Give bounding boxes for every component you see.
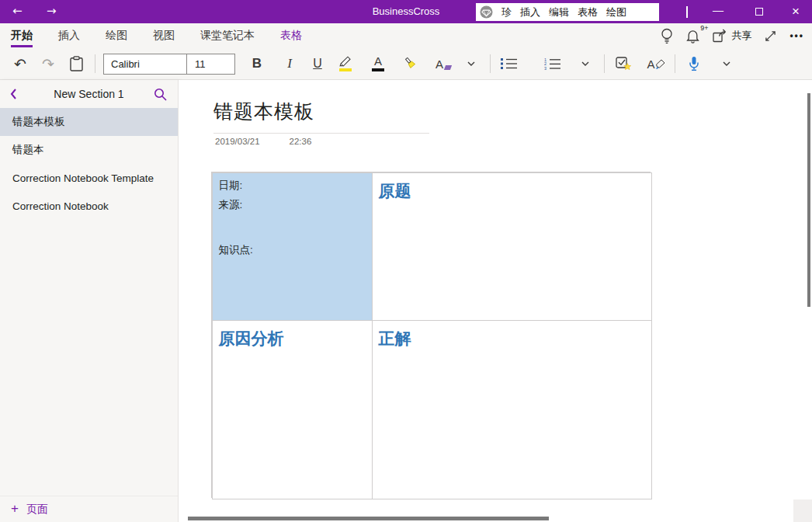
page-date: 2019/03/21 <box>215 137 260 146</box>
ime-menu-item[interactable]: 插入 <box>520 5 540 19</box>
page-sidebar: New Section 1 错题本模板 错题本 Correction Noteb… <box>0 80 179 522</box>
text-caret <box>686 6 688 18</box>
highlight-color-bar <box>339 68 352 71</box>
numbered-list-icon: 1 2 3 <box>544 57 561 71</box>
styles-button[interactable]: A <box>645 51 667 76</box>
paste-button[interactable] <box>65 51 87 76</box>
font-color-bar <box>372 68 384 71</box>
add-page-button[interactable]: + 页面 <box>0 496 178 522</box>
nav-back-icon[interactable]: ← <box>12 4 23 18</box>
title-divider <box>213 133 429 134</box>
sidebar-header: New Section 1 <box>0 80 178 108</box>
dictate-more-chevron[interactable] <box>716 51 737 76</box>
ime-logo-icon <box>480 5 493 19</box>
plus-icon: + <box>11 501 19 517</box>
bold-button[interactable]: B <box>246 51 268 76</box>
todo-tag-button[interactable] <box>612 51 634 76</box>
bullet-list-button[interactable] <box>498 51 520 76</box>
tab-view[interactable]: 视图 <box>153 23 175 48</box>
format-painter-button[interactable] <box>400 51 422 76</box>
eraser-icon <box>444 65 452 70</box>
highlighter-pen-icon <box>339 56 352 67</box>
underline-button[interactable]: U <box>307 51 328 76</box>
page-list-item[interactable]: Correction Notebook Template <box>0 164 178 192</box>
styles-brush-icon <box>655 59 665 70</box>
ime-menu-item[interactable]: 珍 <box>501 5 512 19</box>
formatting-more-chevron[interactable] <box>460 51 482 76</box>
notifications-badge: 9+ <box>700 24 708 32</box>
tab-home[interactable]: 开始 <box>11 23 33 48</box>
ime-toolbar: 珍 插入 编辑 表格 绘图 <box>476 3 659 21</box>
section-title: New Section 1 <box>54 88 123 100</box>
tab-class-notebook[interactable]: 课堂笔记本 <box>200 23 255 48</box>
bullet-list-icon <box>501 57 518 70</box>
ime-menu-item[interactable]: 绘图 <box>606 5 626 19</box>
font-size-select[interactable]: 11 <box>186 54 235 75</box>
todo-tag-star-icon <box>616 57 632 71</box>
chevron-down-icon <box>581 61 589 66</box>
format-painter-brush-icon <box>403 57 419 71</box>
minimize-button[interactable]: — <box>705 0 731 23</box>
italic-button[interactable]: I <box>279 51 300 76</box>
vertical-scrollbar[interactable] <box>807 93 810 307</box>
notifications-bell-icon[interactable]: 9+ <box>686 29 699 44</box>
share-icon <box>713 29 727 43</box>
ribbon-tab-row: 开始 插入 绘图 视图 课堂笔记本 表格 9+ 共享 ••• <box>0 23 812 48</box>
section-back-chevron-icon[interactable] <box>9 88 17 100</box>
tellme-lightbulb-icon[interactable] <box>661 28 673 44</box>
ime-menu-item[interactable]: 表格 <box>578 5 598 19</box>
maximize-icon <box>755 8 763 16</box>
more-options-ellipsis[interactable]: ••• <box>789 30 804 41</box>
table-cell-original-question[interactable]: 原题 <box>372 172 652 321</box>
page-list-item[interactable]: 错题本模板 <box>0 108 178 136</box>
table-cell-correct-answer[interactable]: 正解 <box>372 320 652 499</box>
clear-formatting-button[interactable]: A <box>432 51 454 76</box>
font-color-button[interactable]: A <box>367 51 389 76</box>
titlebar: ← → BusinessCross 珍 插入 编辑 表格 绘图 — × <box>0 0 812 23</box>
chevron-down-icon <box>467 61 475 66</box>
highlight-button[interactable] <box>335 51 356 76</box>
font-name-select[interactable]: Calibri <box>103 54 187 75</box>
page-meta: 2019/03/2122:36 <box>215 137 311 146</box>
microphone-icon <box>689 56 699 71</box>
page-list-item[interactable]: 错题本 <box>0 136 178 164</box>
scrollbar-corner <box>793 499 812 522</box>
chevron-down-icon <box>723 61 730 66</box>
dictate-button[interactable] <box>683 51 705 76</box>
table-cell-cause-analysis[interactable]: 原因分析 <box>212 320 373 499</box>
page-list-item[interactable]: Correction Notebook <box>0 192 178 220</box>
maximize-button[interactable] <box>746 0 772 23</box>
tab-insert[interactable]: 插入 <box>58 23 80 48</box>
app-title: BusinessCross <box>373 5 440 17</box>
close-button[interactable]: × <box>783 0 809 23</box>
nav-forward-icon[interactable]: → <box>47 4 57 18</box>
correction-table[interactable]: 日期: 来源: 知识点: 原题 原因分析 正解 <box>211 172 651 498</box>
search-icon[interactable] <box>154 88 167 101</box>
lists-more-chevron[interactable] <box>574 51 596 76</box>
ime-menu-item[interactable]: 编辑 <box>549 5 569 19</box>
table-cell-info[interactable]: 日期: 来源: 知识点: <box>212 172 373 321</box>
redo-button[interactable]: ↷ <box>37 51 59 76</box>
tab-draw[interactable]: 绘图 <box>106 23 127 48</box>
page-time: 22:36 <box>290 137 312 146</box>
svg-text:3: 3 <box>544 65 547 70</box>
clipboard-icon <box>70 56 83 71</box>
page-title[interactable]: 错题本模板 <box>213 99 314 124</box>
undo-button[interactable]: ↶ <box>9 51 31 76</box>
tab-table[interactable]: 表格 <box>280 23 302 48</box>
fullscreen-expand-icon[interactable] <box>765 30 776 42</box>
horizontal-scrollbar[interactable] <box>188 517 549 520</box>
numbered-list-button[interactable]: 1 2 3 <box>542 51 564 76</box>
share-button[interactable]: 共享 <box>713 29 751 43</box>
note-canvas[interactable]: 错题本模板 2019/03/2122:36 日期: 来源: 知识点: 原题 原因… <box>179 80 812 522</box>
formatting-toolbar: ↶ ↷ Calibri 11 B I U A A <box>0 48 812 80</box>
